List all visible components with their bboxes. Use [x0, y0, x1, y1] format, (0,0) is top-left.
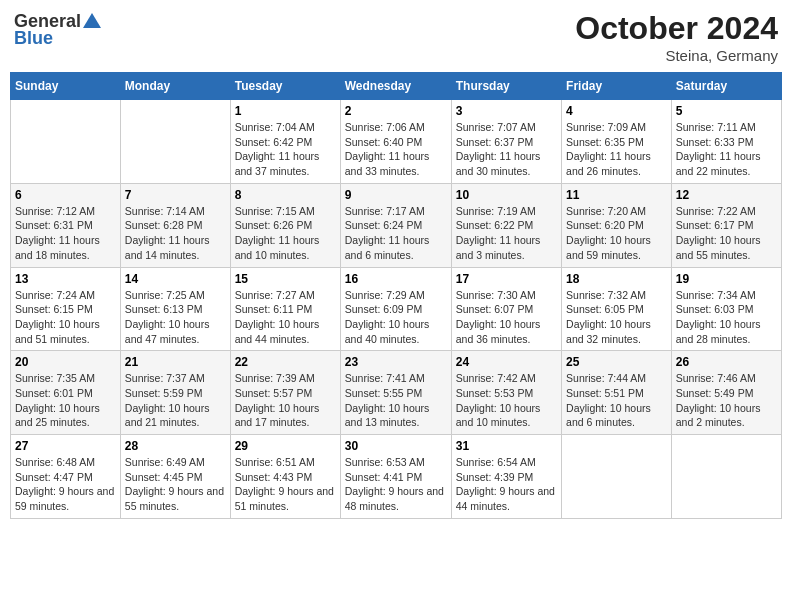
day-detail: Sunrise: 7:04 AM Sunset: 6:42 PM Dayligh…: [235, 120, 336, 179]
calendar-cell: 11Sunrise: 7:20 AM Sunset: 6:20 PM Dayli…: [562, 183, 672, 267]
calendar-cell: 28Sunrise: 6:49 AM Sunset: 4:45 PM Dayli…: [120, 435, 230, 519]
calendar-cell: [562, 435, 672, 519]
day-detail: Sunrise: 7:46 AM Sunset: 5:49 PM Dayligh…: [676, 371, 777, 430]
page-header: General Blue October 2024 Steina, German…: [10, 10, 782, 64]
day-number: 9: [345, 188, 447, 202]
day-number: 6: [15, 188, 116, 202]
calendar-cell: 22Sunrise: 7:39 AM Sunset: 5:57 PM Dayli…: [230, 351, 340, 435]
header-sunday: Sunday: [11, 73, 121, 100]
day-number: 2: [345, 104, 447, 118]
calendar-cell: 9Sunrise: 7:17 AM Sunset: 6:24 PM Daylig…: [340, 183, 451, 267]
day-detail: Sunrise: 7:27 AM Sunset: 6:11 PM Dayligh…: [235, 288, 336, 347]
calendar-cell: 14Sunrise: 7:25 AM Sunset: 6:13 PM Dayli…: [120, 267, 230, 351]
day-number: 10: [456, 188, 557, 202]
calendar-cell: 15Sunrise: 7:27 AM Sunset: 6:11 PM Dayli…: [230, 267, 340, 351]
calendar-cell: 5Sunrise: 7:11 AM Sunset: 6:33 PM Daylig…: [671, 100, 781, 184]
day-detail: Sunrise: 6:54 AM Sunset: 4:39 PM Dayligh…: [456, 455, 557, 514]
calendar-cell: [11, 100, 121, 184]
calendar-cell: 31Sunrise: 6:54 AM Sunset: 4:39 PM Dayli…: [451, 435, 561, 519]
day-detail: Sunrise: 7:29 AM Sunset: 6:09 PM Dayligh…: [345, 288, 447, 347]
header-thursday: Thursday: [451, 73, 561, 100]
calendar-cell: 20Sunrise: 7:35 AM Sunset: 6:01 PM Dayli…: [11, 351, 121, 435]
day-number: 22: [235, 355, 336, 369]
day-detail: Sunrise: 7:25 AM Sunset: 6:13 PM Dayligh…: [125, 288, 226, 347]
calendar-cell: 8Sunrise: 7:15 AM Sunset: 6:26 PM Daylig…: [230, 183, 340, 267]
day-number: 27: [15, 439, 116, 453]
day-number: 31: [456, 439, 557, 453]
calendar-cell: 24Sunrise: 7:42 AM Sunset: 5:53 PM Dayli…: [451, 351, 561, 435]
day-number: 30: [345, 439, 447, 453]
calendar-cell: 10Sunrise: 7:19 AM Sunset: 6:22 PM Dayli…: [451, 183, 561, 267]
calendar-cell: 18Sunrise: 7:32 AM Sunset: 6:05 PM Dayli…: [562, 267, 672, 351]
calendar-cell: 21Sunrise: 7:37 AM Sunset: 5:59 PM Dayli…: [120, 351, 230, 435]
day-detail: Sunrise: 7:15 AM Sunset: 6:26 PM Dayligh…: [235, 204, 336, 263]
calendar-cell: 26Sunrise: 7:46 AM Sunset: 5:49 PM Dayli…: [671, 351, 781, 435]
svg-marker-0: [83, 13, 101, 28]
calendar-table: SundayMondayTuesdayWednesdayThursdayFrid…: [10, 72, 782, 519]
header-wednesday: Wednesday: [340, 73, 451, 100]
week-row-3: 13Sunrise: 7:24 AM Sunset: 6:15 PM Dayli…: [11, 267, 782, 351]
header-saturday: Saturday: [671, 73, 781, 100]
day-number: 11: [566, 188, 667, 202]
day-detail: Sunrise: 7:35 AM Sunset: 6:01 PM Dayligh…: [15, 371, 116, 430]
calendar-cell: 17Sunrise: 7:30 AM Sunset: 6:07 PM Dayli…: [451, 267, 561, 351]
location: Steina, Germany: [575, 47, 778, 64]
day-detail: Sunrise: 7:12 AM Sunset: 6:31 PM Dayligh…: [15, 204, 116, 263]
title-block: October 2024 Steina, Germany: [575, 10, 778, 64]
week-row-1: 1Sunrise: 7:04 AM Sunset: 6:42 PM Daylig…: [11, 100, 782, 184]
day-detail: Sunrise: 7:14 AM Sunset: 6:28 PM Dayligh…: [125, 204, 226, 263]
week-row-4: 20Sunrise: 7:35 AM Sunset: 6:01 PM Dayli…: [11, 351, 782, 435]
day-detail: Sunrise: 7:22 AM Sunset: 6:17 PM Dayligh…: [676, 204, 777, 263]
day-number: 18: [566, 272, 667, 286]
day-number: 13: [15, 272, 116, 286]
header-tuesday: Tuesday: [230, 73, 340, 100]
day-detail: Sunrise: 7:09 AM Sunset: 6:35 PM Dayligh…: [566, 120, 667, 179]
day-number: 23: [345, 355, 447, 369]
day-number: 17: [456, 272, 557, 286]
day-detail: Sunrise: 7:39 AM Sunset: 5:57 PM Dayligh…: [235, 371, 336, 430]
day-detail: Sunrise: 6:49 AM Sunset: 4:45 PM Dayligh…: [125, 455, 226, 514]
day-number: 1: [235, 104, 336, 118]
day-number: 19: [676, 272, 777, 286]
day-number: 5: [676, 104, 777, 118]
header-friday: Friday: [562, 73, 672, 100]
calendar-cell: 30Sunrise: 6:53 AM Sunset: 4:41 PM Dayli…: [340, 435, 451, 519]
calendar-cell: 16Sunrise: 7:29 AM Sunset: 6:09 PM Dayli…: [340, 267, 451, 351]
day-detail: Sunrise: 7:32 AM Sunset: 6:05 PM Dayligh…: [566, 288, 667, 347]
day-detail: Sunrise: 7:11 AM Sunset: 6:33 PM Dayligh…: [676, 120, 777, 179]
day-detail: Sunrise: 6:48 AM Sunset: 4:47 PM Dayligh…: [15, 455, 116, 514]
header-monday: Monday: [120, 73, 230, 100]
week-row-2: 6Sunrise: 7:12 AM Sunset: 6:31 PM Daylig…: [11, 183, 782, 267]
calendar-cell: 25Sunrise: 7:44 AM Sunset: 5:51 PM Dayli…: [562, 351, 672, 435]
calendar-cell: 19Sunrise: 7:34 AM Sunset: 6:03 PM Dayli…: [671, 267, 781, 351]
calendar-cell: 12Sunrise: 7:22 AM Sunset: 6:17 PM Dayli…: [671, 183, 781, 267]
day-number: 28: [125, 439, 226, 453]
day-detail: Sunrise: 6:53 AM Sunset: 4:41 PM Dayligh…: [345, 455, 447, 514]
day-number: 8: [235, 188, 336, 202]
calendar-cell: 7Sunrise: 7:14 AM Sunset: 6:28 PM Daylig…: [120, 183, 230, 267]
calendar-cell: 27Sunrise: 6:48 AM Sunset: 4:47 PM Dayli…: [11, 435, 121, 519]
day-detail: Sunrise: 7:19 AM Sunset: 6:22 PM Dayligh…: [456, 204, 557, 263]
calendar-cell: 6Sunrise: 7:12 AM Sunset: 6:31 PM Daylig…: [11, 183, 121, 267]
day-detail: Sunrise: 7:24 AM Sunset: 6:15 PM Dayligh…: [15, 288, 116, 347]
day-number: 15: [235, 272, 336, 286]
day-number: 16: [345, 272, 447, 286]
calendar-cell: [671, 435, 781, 519]
calendar-cell: 2Sunrise: 7:06 AM Sunset: 6:40 PM Daylig…: [340, 100, 451, 184]
day-detail: Sunrise: 7:41 AM Sunset: 5:55 PM Dayligh…: [345, 371, 447, 430]
calendar-cell: [120, 100, 230, 184]
day-number: 7: [125, 188, 226, 202]
day-detail: Sunrise: 7:20 AM Sunset: 6:20 PM Dayligh…: [566, 204, 667, 263]
calendar-cell: 29Sunrise: 6:51 AM Sunset: 4:43 PM Dayli…: [230, 435, 340, 519]
day-detail: Sunrise: 7:17 AM Sunset: 6:24 PM Dayligh…: [345, 204, 447, 263]
logo-blue-text: Blue: [14, 28, 53, 49]
calendar-cell: 4Sunrise: 7:09 AM Sunset: 6:35 PM Daylig…: [562, 100, 672, 184]
day-number: 20: [15, 355, 116, 369]
day-detail: Sunrise: 7:07 AM Sunset: 6:37 PM Dayligh…: [456, 120, 557, 179]
calendar-cell: 3Sunrise: 7:07 AM Sunset: 6:37 PM Daylig…: [451, 100, 561, 184]
day-number: 4: [566, 104, 667, 118]
day-number: 29: [235, 439, 336, 453]
calendar-cell: 13Sunrise: 7:24 AM Sunset: 6:15 PM Dayli…: [11, 267, 121, 351]
day-number: 24: [456, 355, 557, 369]
day-detail: Sunrise: 7:44 AM Sunset: 5:51 PM Dayligh…: [566, 371, 667, 430]
